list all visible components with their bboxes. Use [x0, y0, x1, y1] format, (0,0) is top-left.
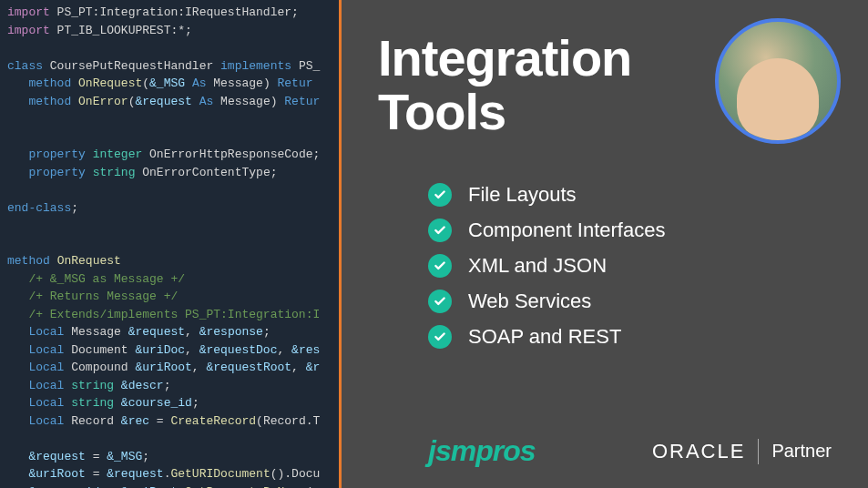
check-icon	[428, 183, 452, 207]
presenter-avatar	[715, 18, 841, 144]
content-panel: Integration Tools File LayoutsComponent …	[342, 0, 868, 488]
code-line: Local string &course_id;	[7, 394, 339, 412]
code-line	[7, 110, 339, 128]
code-line: property integer OnErrorHttpResponseCode…	[7, 146, 339, 164]
divider	[758, 439, 759, 464]
feature-list: File LayoutsComponent InterfacesXML and …	[428, 183, 832, 349]
code-line: /+ Extends/implements PS_PT:Integration:…	[7, 306, 339, 324]
oracle-partner-badge: ORACLE Partner	[652, 439, 832, 464]
code-line: &uriRoot = &request.GetURIDocument().Doc…	[7, 465, 339, 483]
code-line: Local Compound &uriRoot, &requestRoot, &…	[7, 359, 339, 377]
code-line: Local Message &request, &response;	[7, 323, 339, 341]
check-icon	[428, 254, 452, 278]
check-icon	[428, 219, 452, 242]
feature-item: File Layouts	[428, 183, 832, 207]
code-line: /+ &_MSG as Message +/	[7, 270, 339, 289]
title-line-1: Integration	[378, 29, 631, 86]
code-line: method OnError(&request As Message) Retu…	[7, 93, 339, 111]
feature-label: File Layouts	[468, 183, 577, 207]
code-line	[7, 128, 339, 147]
jsmpros-logo: jsmpros	[428, 434, 535, 468]
code-line: Local string &descr;	[7, 377, 339, 395]
code-line: /+ Returns Message +/	[7, 288, 339, 306]
feature-label: SOAP and REST	[468, 325, 621, 349]
feature-label: Component Interfaces	[468, 219, 665, 242]
check-icon	[428, 290, 452, 313]
code-line: Local Record &rec = CreateRecord(Record.…	[7, 412, 339, 431]
feature-label: XML and JSON	[468, 254, 607, 278]
feature-item: SOAP and REST	[428, 325, 832, 349]
code-line	[7, 235, 339, 253]
partner-label: Partner	[771, 441, 832, 462]
code-snippet-panel: import PS_PT:Integration:IRequestHandler…	[0, 0, 342, 488]
code-line: import PS_PT:Integration:IRequestHandler…	[7, 4, 339, 22]
code-line: Local Document &uriDoc, &requestDoc, &re…	[7, 341, 339, 360]
oracle-logo: ORACLE	[652, 440, 745, 463]
feature-item: Web Services	[428, 290, 832, 313]
code-line: method OnRequest	[7, 252, 339, 270]
feature-label: Web Services	[468, 290, 591, 313]
code-line: &request = &_MSG;	[7, 448, 339, 466]
code-line	[7, 217, 339, 235]
code-line: method OnRequest(&_MSG As Message) Retur	[7, 75, 339, 93]
code-line: property string OnErrorContentType;	[7, 164, 339, 182]
code-line	[7, 430, 339, 448]
check-icon	[428, 325, 452, 349]
title-line-2: Tools	[378, 83, 505, 140]
code-line: end-class;	[7, 199, 339, 218]
slide-footer: jsmpros ORACLE Partner	[378, 434, 832, 468]
code-line: &course_id = &uriRoot.GetPropertyByName(	[7, 483, 339, 489]
feature-item: Component Interfaces	[428, 219, 832, 242]
code-line: import PT_IB_LOOKUPREST:*;	[7, 22, 339, 40]
code-line	[7, 39, 339, 57]
feature-item: XML and JSON	[428, 254, 832, 278]
code-line	[7, 181, 339, 199]
code-line: class CoursePutRequestHandler implements…	[7, 57, 339, 76]
